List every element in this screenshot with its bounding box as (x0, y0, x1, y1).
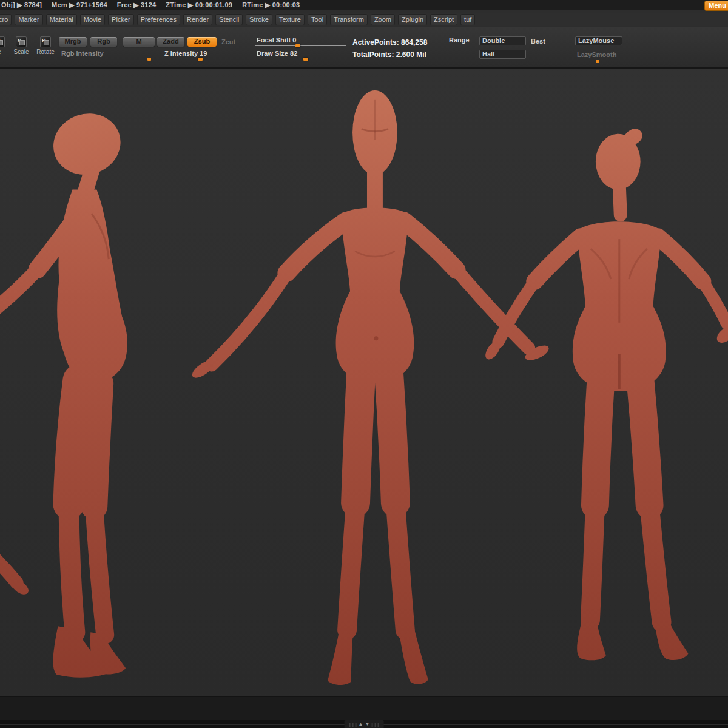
active-points-stat: ActivePoints: 864,258 (352, 38, 427, 47)
draw-size-handle[interactable] (303, 58, 308, 61)
back-right-forearm[interactable] (703, 281, 727, 324)
menu-picker[interactable]: Picker (108, 14, 134, 25)
stat-free: Free ▶ 3124 (117, 1, 156, 9)
scrollbar-tick (349, 723, 351, 727)
rgb-intensity-slider[interactable] (60, 59, 152, 59)
side-front-thigh[interactable] (69, 380, 78, 504)
menu-tool[interactable]: Tool (308, 14, 327, 25)
bottom-tray: ▲ ▼ (0, 696, 728, 728)
sculpt-canvas[interactable] (0, 69, 728, 696)
back-right-thigh[interactable] (640, 374, 650, 505)
range-label: Range (447, 36, 472, 46)
move-icon: M (0, 36, 5, 47)
menu-zplugin[interactable]: Zplugin (398, 14, 427, 25)
scrollbar-tick (352, 723, 354, 727)
draw-size-slider[interactable] (255, 59, 346, 59)
front-left-thigh[interactable] (356, 362, 362, 503)
menu-preferences[interactable]: Preferences (137, 14, 180, 25)
scroll-up-icon[interactable]: ▲ (359, 722, 363, 727)
stat-rtime: RTime ▶ 00:00:03 (242, 1, 300, 9)
focal-shift-slider[interactable] (255, 46, 346, 46)
front-right-thigh[interactable] (388, 362, 396, 503)
menu-material[interactable]: Material (46, 14, 77, 25)
back-left-calf[interactable] (590, 505, 595, 620)
menu-movie[interactable]: Movie (80, 14, 105, 25)
menus-button[interactable]: Menu (704, 1, 728, 11)
scale-tool-button[interactable]: S Scale (11, 36, 32, 55)
draw-size-label: Draw Size 82 (257, 50, 297, 57)
m-button[interactable]: M (123, 37, 155, 47)
front-right-calf[interactable] (396, 503, 405, 630)
figure-front-view[interactable] (189, 90, 550, 685)
focal-shift-handle[interactable] (295, 44, 300, 47)
side-detached-forearm[interactable] (0, 556, 17, 583)
front-left-upper-arm[interactable] (286, 221, 346, 273)
front-left-calf[interactable] (347, 503, 356, 630)
back-head-crest[interactable] (623, 129, 642, 146)
stat-obj: Obj] ▶ 8784] (1, 1, 42, 9)
scroll-down-icon[interactable]: ▼ (365, 722, 370, 727)
scrollbar-tick (377, 723, 379, 727)
front-navel[interactable] (374, 336, 378, 340)
rotate-label: Rotate (35, 49, 56, 55)
focal-shift-label: Focal Shift 0 (257, 36, 296, 44)
front-left-foot[interactable] (328, 620, 354, 685)
lazymouse-button[interactable]: LazyMouse (575, 36, 622, 46)
stat-ztime: ZTime ▶ 00:00:01.09 (166, 1, 232, 9)
top-shelf-toolbar: M e S Scale R Rotate Mrgb Rgb M Rgb Inte… (0, 27, 728, 69)
scrollbar-tick (371, 723, 372, 727)
half-button[interactable]: Half (479, 50, 526, 59)
menu-texture[interactable]: Texture (275, 14, 305, 25)
rotate-icon: R (40, 36, 51, 47)
back-left-foot[interactable] (577, 616, 606, 660)
move-label: e (0, 49, 10, 55)
rgb-button[interactable]: Rgb (90, 37, 117, 47)
mrgb-button[interactable]: Mrgb (59, 37, 87, 47)
front-right-foot[interactable] (398, 620, 428, 684)
double-button[interactable]: Double (479, 36, 526, 46)
menu-stencil[interactable]: Stencil (215, 14, 243, 25)
zcut-button[interactable]: Zcut (221, 38, 235, 46)
menu-transform[interactable]: Transform (330, 14, 368, 25)
figure-back-view[interactable] (482, 129, 728, 660)
back-right-upper-arm[interactable] (658, 237, 703, 281)
z-intensity-handle[interactable] (198, 58, 203, 61)
side-back-calf[interactable] (94, 507, 105, 635)
figure-side-view[interactable] (0, 105, 129, 678)
menu-render[interactable]: Render (183, 14, 212, 25)
z-intensity-label: Z Intensity 19 (164, 50, 207, 57)
menu-macro[interactable]: acro (0, 14, 12, 25)
front-left-forearm[interactable] (212, 273, 287, 365)
z-intensity-slider[interactable] (161, 59, 244, 59)
zsub-button[interactable]: Zsub (187, 37, 217, 47)
zadd-button[interactable]: Zadd (157, 37, 184, 47)
back-left-upper-arm[interactable] (534, 237, 581, 281)
scale-label: Scale (11, 49, 32, 55)
best-button[interactable]: Best (531, 38, 545, 45)
side-front-calf[interactable] (69, 504, 75, 632)
back-left-thigh[interactable] (595, 374, 601, 505)
sculpt-viewport[interactable] (0, 69, 728, 696)
menu-zscript[interactable]: Zscript (430, 14, 457, 25)
side-back-thigh[interactable] (94, 383, 100, 506)
rgb-intensity-handle[interactable] (147, 58, 151, 61)
lazysmooth-handle[interactable] (596, 60, 599, 63)
side-forearm[interactable] (0, 269, 38, 308)
scrollbar-tick (356, 723, 357, 727)
move-tool-button[interactable]: M e (0, 36, 10, 55)
bottom-scrollbar[interactable]: ▲ ▼ (0, 720, 728, 728)
scrollbar-tick (374, 723, 376, 727)
back-right-calf[interactable] (650, 505, 662, 622)
menu-zoom[interactable]: Zoom (371, 14, 395, 25)
title-bar: Obj] ▶ 8784] Mem ▶ 971+1564 Free ▶ 3124 … (0, 0, 728, 10)
back-neck[interactable] (619, 186, 621, 215)
front-right-upper-arm[interactable] (404, 221, 457, 270)
rotate-tool-button[interactable]: R Rotate (35, 36, 56, 55)
scrollbar-controls[interactable]: ▲ ▼ (345, 720, 384, 728)
menu-stroke[interactable]: Stroke (246, 14, 272, 25)
total-points-stat: TotalPoints: 2.600 Mil (352, 50, 426, 59)
menu-marker[interactable]: Marker (15, 14, 42, 25)
rgb-intensity-label: Rgb Intensity (61, 50, 104, 57)
menu-tuf[interactable]: tuf (460, 14, 475, 25)
back-right-foot[interactable] (655, 618, 689, 660)
